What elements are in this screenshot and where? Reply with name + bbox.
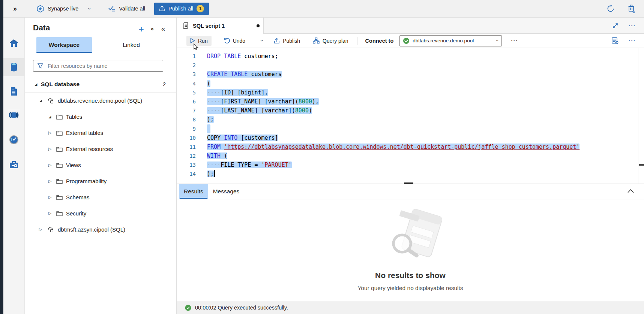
top-command-bar: » Synapse live › Validate all Publish al…	[3, 0, 644, 18]
expand-nav-icon[interactable]: »	[13, 5, 17, 13]
undo-icon	[224, 38, 230, 44]
toolbar-more-icon[interactable]: ···	[511, 37, 518, 44]
home-icon	[9, 39, 19, 48]
properties-icon[interactable]	[611, 37, 618, 44]
sql-code-editor[interactable]: 1DROP TABLE customers;23CREATE TABLE cus…	[177, 48, 638, 184]
folder-icon	[56, 179, 63, 184]
panel-tab-bar: Workspace Linked	[25, 37, 176, 53]
manage-icon	[9, 160, 19, 169]
tree-item-schemas[interactable]: ▷Schemas	[25, 189, 176, 205]
nav-integrate[interactable]	[3, 106, 24, 124]
results-empty-state: No results to show Your query yielded no…	[177, 199, 644, 301]
tree-item-views[interactable]: ▷Views	[25, 157, 176, 173]
editor-scrollbar-track[interactable]	[638, 48, 638, 184]
tree-item-tables[interactable]: ◢Tables	[25, 109, 176, 125]
code-line-4[interactable]: 4(	[177, 79, 638, 88]
tree-item-dbtlabs-revenue-demo-pool-sql[interactable]: ◢dbtlabs.revenue.demo.pool (SQL)	[25, 93, 176, 109]
nav-data[interactable]	[3, 58, 24, 76]
validate-all-button[interactable]: Validate all	[108, 5, 145, 12]
tab-sql-script-1[interactable]: SQL script 1	[177, 18, 264, 34]
collapsed-triangle-icon[interactable]: ▷	[47, 163, 53, 167]
branch-selector[interactable]: Synapse live	[36, 5, 78, 13]
folder-icon	[56, 163, 63, 168]
resource-tree: ◢SQL database2◢dbtlabs.revenue.demo.pool…	[25, 76, 176, 238]
tree-item-sql-database[interactable]: ◢SQL database2	[25, 76, 176, 93]
tree-item-dbtmsft-azsyn-cipool-sql[interactable]: ▷dbtmsft.azsyn.cipool (SQL)	[25, 221, 176, 238]
folder-icon	[56, 130, 63, 136]
publish-count-badge: 1	[197, 5, 204, 12]
filter-resources-box	[33, 60, 163, 72]
panel-title: Data	[33, 23, 50, 32]
filter-resources-input[interactable]	[47, 63, 163, 69]
tab-results[interactable]: Results	[179, 184, 208, 199]
collapsed-triangle-icon[interactable]: ▷	[47, 211, 53, 216]
code-line-12[interactable]: 12WITH (	[177, 151, 638, 160]
tree-item-external-tables[interactable]: ▷External tables	[25, 125, 176, 141]
tab-underline	[36, 52, 92, 53]
tree-item-external-resources[interactable]: ▷External resources	[25, 141, 176, 157]
tree-item-security[interactable]: ▷Security	[25, 205, 176, 221]
code-line-3[interactable]: 3CREATE TABLE customers	[177, 70, 638, 79]
editor-scrollbar-mark[interactable]	[639, 164, 644, 166]
connection-chevron-icon: ›	[495, 40, 500, 41]
code-line-9[interactable]: 9	[177, 124, 638, 133]
expand-editor-icon[interactable]	[612, 22, 618, 29]
data-icon	[9, 62, 18, 72]
code-line-14[interactable]: 14);	[177, 169, 638, 178]
code-line-6[interactable]: 6····[FIRST_NAME] [varchar](8000),	[177, 97, 638, 106]
query-plan-button[interactable]: Query plan	[309, 36, 352, 46]
editor-region: SQL script 1 ··· Run Undo ›	[177, 18, 644, 314]
code-line-10[interactable]: 10COPY INTO [customers]	[177, 133, 638, 142]
refresh-icon[interactable]	[606, 4, 615, 13]
text-caret	[214, 170, 215, 177]
code-line-2[interactable]: 2	[177, 61, 638, 70]
editor-more-icon[interactable]: ···	[629, 37, 636, 44]
branch-chevron-icon[interactable]: ›	[87, 8, 93, 10]
collapsed-triangle-icon[interactable]: ▷	[47, 147, 53, 151]
collapsed-triangle-icon[interactable]: ▷	[47, 130, 53, 135]
publish-button[interactable]: Publish	[270, 36, 304, 46]
code-line-7[interactable]: 7····[LAST_NAME] [varchar](8000)	[177, 106, 638, 115]
connection-name: dbtlabs.revenue.demo.pool	[413, 38, 474, 43]
nav-manage[interactable]	[3, 156, 24, 173]
tab-workspace[interactable]: Workspace	[36, 37, 92, 53]
code-line-1[interactable]: 1DROP TABLE customers;	[177, 52, 638, 61]
nav-home[interactable]	[3, 34, 24, 52]
tab-linked[interactable]: Linked	[107, 37, 155, 53]
tree-item-programmability[interactable]: ▷Programmability	[25, 173, 176, 189]
tab-messages[interactable]: Messages	[208, 184, 245, 199]
publish-all-button[interactable]: Publish all 1	[154, 3, 209, 15]
expanded-triangle-icon[interactable]: ◢	[47, 115, 53, 119]
code-line-13[interactable]: 13····FILE_TYPE = 'PARQUET'	[177, 160, 638, 169]
run-button[interactable]: Run	[186, 36, 212, 46]
results-tab-bar: Results Messages	[177, 184, 644, 199]
no-results-illustration	[373, 209, 448, 267]
undo-button[interactable]: Undo	[220, 36, 249, 46]
sql-pool-icon	[47, 97, 54, 104]
monitor-icon	[9, 135, 19, 145]
undo-dropdown-chevron-icon[interactable]: ›	[259, 40, 266, 42]
expanded-triangle-icon[interactable]: ◢	[38, 99, 43, 103]
code-line-8[interactable]: 8);	[177, 115, 638, 124]
collapsed-triangle-icon[interactable]: ▷	[47, 179, 53, 184]
folder-icon	[56, 195, 63, 200]
collapsed-triangle-icon[interactable]: ▷	[47, 195, 53, 200]
tab-more-icon[interactable]: ···	[629, 22, 636, 29]
hide-panel-icon[interactable]: «	[161, 25, 165, 33]
success-check-icon	[185, 305, 191, 311]
rail-divider	[8, 110, 20, 110]
code-line-11[interactable]: 11FROM 'https://dbtlabsynapsedatalake.bl…	[177, 142, 638, 151]
collapsed-triangle-icon[interactable]: ▷	[38, 227, 43, 232]
code-line-5[interactable]: 5····[ID] [bigint],	[177, 88, 638, 97]
collapse-all-icon[interactable]: »	[149, 27, 156, 30]
expanded-triangle-icon[interactable]: ◢	[33, 82, 39, 86]
item-count: 2	[163, 81, 166, 87]
status-bar: 00:00:02 Query executed successfully.	[177, 301, 644, 314]
add-resource-icon[interactable]: +	[139, 26, 144, 33]
nav-develop[interactable]	[3, 82, 24, 100]
connection-dropdown[interactable]: dbtlabs.revenue.demo.pool ›	[399, 35, 502, 46]
synapse-logo-icon	[36, 5, 44, 13]
discard-all-icon[interactable]	[627, 4, 636, 13]
collapse-results-icon[interactable]	[627, 188, 634, 193]
nav-monitor[interactable]	[3, 131, 24, 149]
